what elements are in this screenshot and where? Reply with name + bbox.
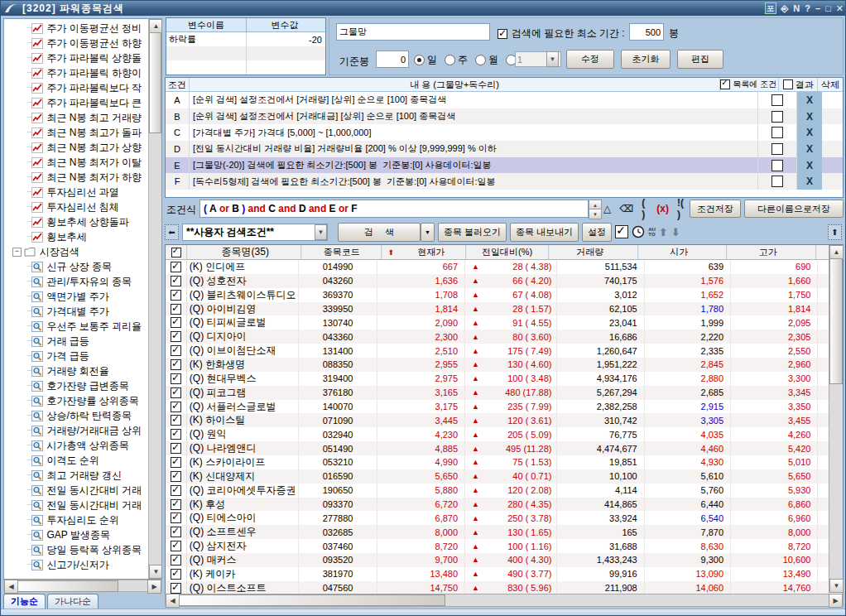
condition-result-cell[interactable] (757, 141, 796, 157)
tree-vertical-scrollbar[interactable]: ▲ ▼ (148, 19, 161, 579)
condition-row-C[interactable]: C[가격대별 주가] 가격대 [5,000] ~ [1,000,000]X (166, 124, 843, 141)
sidebar-item[interactable]: ┈우선주 보통주 괴리율 (6, 319, 148, 334)
tab-기능순[interactable]: 기능순 (3, 594, 46, 609)
condition-result-cell[interactable] (757, 124, 796, 141)
table-row[interactable]: ✓(K) 하이스틸0710903,445▲120 ( 3.61)310,7423… (166, 413, 843, 427)
sidebar-item[interactable]: ┈전일 동시간대비 거래 (6, 498, 148, 513)
sidebar-item[interactable]: ┈이격도 순위 (6, 453, 148, 468)
reset-button[interactable]: 초기화 (621, 50, 671, 69)
table-row[interactable]: ✓(Q) 블리츠웨이스튜디오3693701,708▲67 ( 4.08)3,01… (166, 288, 843, 302)
sidebar-item[interactable]: ┈시가총액 상위종목 (6, 438, 148, 453)
table-row[interactable]: ✓(Q) 이브이첨단소재1314002,510▲175 ( 7.49)1,260… (166, 344, 843, 358)
scroll-down-button[interactable]: ▼ (149, 565, 162, 579)
sidebar-item[interactable]: ┈주가 파라볼릭 하향이 (6, 65, 148, 80)
row-checkbox[interactable]: ✓ (166, 274, 187, 288)
table-row[interactable]: ✓(K) 스카이라이프0532104,990▲75 ( 1.53)19,8514… (166, 455, 843, 469)
scroll-right-button[interactable]: ▶ (147, 580, 161, 594)
auto-icon[interactable]: AUTO (648, 227, 656, 237)
table-row[interactable]: ✓(Q) 아이비김영3399501,814▲28 ( 1.57)62,1051,… (166, 302, 843, 316)
condition-delete-button[interactable]: X (796, 124, 822, 141)
maximize-icon[interactable]: □ (825, 2, 831, 15)
condition-delete-button[interactable]: X (796, 92, 822, 108)
sidebar-item[interactable]: ┈투자심리도 순위 (6, 513, 148, 527)
tree-expander-icon[interactable]: − (12, 248, 22, 257)
sidebar-item[interactable]: ┈주가 파라볼릭 상향돌 (6, 51, 148, 65)
new-window-icon[interactable]: N (793, 2, 800, 15)
scroll-up-button[interactable]: ▲ (149, 19, 162, 33)
sidebar-item[interactable]: ┈최근 N봉 최저가 하향 (6, 170, 148, 185)
row-checkbox[interactable]: ✓ (166, 358, 187, 372)
sidebar-item[interactable]: ┈투자심리선 침체 (6, 200, 148, 214)
titlebar[interactable]: [3202] 파워종목검색 포⎆N?–□✕ (1, 1, 846, 16)
condition-result-cell[interactable] (757, 92, 796, 108)
row-checkbox[interactable]: ✓ (166, 288, 187, 302)
sidebar-item[interactable]: ┈신규 상장 종목 (6, 259, 148, 274)
scroll-thumb[interactable] (149, 32, 161, 133)
sidebar-item[interactable]: ┈거래량/거래대금 상위 (6, 423, 148, 438)
table-row[interactable]: ✓(K) 한화생명0883502,955▲130 ( 4.60)1,951,22… (166, 358, 843, 372)
row-checkbox[interactable]: ✓ (166, 413, 187, 427)
cond-result-header[interactable]: 결과 (779, 78, 818, 91)
col-volume[interactable]: 거래량 (549, 245, 638, 259)
col-change[interactable]: 전일대비(%) (466, 245, 549, 259)
sidebar-item[interactable]: ┈가격 급등 (6, 349, 148, 363)
dock-left-icon[interactable]: ⬅ (165, 224, 179, 240)
period-radio-주[interactable]: 주 (445, 53, 468, 67)
row-checkbox[interactable]: ✓ (166, 400, 187, 414)
table-row[interactable]: ✓(Q) 티피씨글로벌1307402,090▲91 ( 4.55)23,0411… (166, 315, 843, 330)
col-high[interactable]: 고가 (727, 245, 816, 259)
results-header[interactable]: ✓ 종목명(35) 종목코드 ⬆현재가 전일대비(%) 거래량 시가 고가 (166, 245, 843, 260)
sidebar-item[interactable]: ┈액면가별 주가 (6, 289, 148, 304)
minute-combo[interactable]: 1 ▼ (515, 51, 561, 67)
table-row[interactable]: ✓(Q) 성호전자0432601,636▲66 ( 4.20)740,1751,… (166, 274, 843, 288)
move-down-icon[interactable]: ⬇ (671, 226, 680, 238)
export-stocks-button[interactable]: 종목 내보내기 (510, 223, 579, 242)
sidebar-item[interactable]: ┈최근 N봉 최고가 상향 (6, 140, 148, 155)
col-name[interactable]: 종목명(35) (187, 245, 301, 259)
search-dropdown-button[interactable]: ▼ (421, 223, 435, 242)
sidebar-item[interactable]: ┈최고 거래량 갱신 (6, 468, 148, 483)
table-row[interactable]: ✓(Q) 티에스아이2778806,870▲250 ( 3.78)33,9246… (166, 511, 843, 525)
table-row[interactable]: ✓(K) 후성0933706,720▲280 ( 4.35)414,8656,4… (166, 498, 843, 512)
condition-delete-button[interactable]: X (796, 173, 822, 190)
sidebar-item[interactable]: −시장검색 (6, 244, 148, 259)
sidebar-item[interactable]: ┈주가 파라볼릭보다 큰 (6, 95, 148, 110)
sidebar-item[interactable]: ┈최근 N봉 최고 거래량 (6, 110, 148, 125)
row-checkbox[interactable]: ✓ (166, 498, 187, 512)
row-checkbox[interactable]: ✓ (166, 315, 187, 330)
edit-button[interactable]: 편집 (677, 50, 723, 69)
row-checkbox[interactable]: ✓ (166, 372, 187, 386)
table-row[interactable]: ✓(K) 인디에프014990667▲28 ( 4.38)511,5346396… (166, 260, 843, 274)
sidebar-item[interactable]: ┈호가잔량률 상위종목 (6, 393, 148, 408)
paren-x-icon[interactable]: (x) (656, 203, 669, 214)
sidebar-item[interactable]: ┈상승/하락 탄력종목 (6, 408, 148, 423)
tree-horizontal-scrollbar[interactable]: ◀ ▶ (3, 580, 162, 592)
clock-icon[interactable] (632, 225, 645, 238)
condition-row-F[interactable]: F[독수리5형제] 검색에 필요한 최소기간:[500] 봉 기준봉:[0] 사… (166, 173, 843, 190)
scroll-down-button[interactable]: ▼ (829, 579, 844, 593)
sidebar-item[interactable]: ┈투자심리선 과열 (6, 185, 148, 200)
condition-result-cell[interactable] (757, 157, 796, 174)
sidebar-item[interactable]: ┈거래량 회전율 (6, 363, 148, 378)
table-row[interactable]: ✓(Q) 매커스0935209,700▲400 ( 4.30)1,433,243… (166, 553, 843, 567)
sidebar-item[interactable]: ┈신고가/신저가 (6, 557, 148, 572)
formula-spinner[interactable]: ▲ ▼ (589, 200, 600, 218)
table-row[interactable]: ✓(Q) 현대무벡스3194002,975▲100 ( 3.48)4,934,1… (166, 372, 843, 386)
settings-button[interactable]: 설정 (582, 223, 612, 242)
condition-result-cell[interactable] (757, 173, 796, 190)
sidebar-item[interactable]: ┈최근 N봉 최저가 이탈 (6, 155, 148, 170)
scroll-up-button[interactable]: ▲ (829, 245, 844, 259)
row-checkbox[interactable]: ✓ (166, 344, 187, 358)
modify-button[interactable]: 수정 (566, 50, 614, 69)
results-horizontal-scrollbar[interactable]: ◀ ▶ (165, 594, 844, 607)
row-checkbox[interactable]: ✓ (166, 260, 187, 274)
scroll-right-button[interactable]: ▶ (829, 594, 843, 608)
min-period-checkbox[interactable]: ✓ (498, 29, 507, 39)
col-price[interactable]: ⬆현재가 (382, 245, 465, 259)
close-icon[interactable]: ✕ (836, 2, 844, 15)
sidebar-item[interactable]: ┈전일 동시간대비 거래 (6, 483, 148, 498)
load-stocks-button[interactable]: 종목 불러오기 (438, 223, 507, 242)
col-code[interactable]: 종목코드 (301, 245, 382, 259)
row-checkbox[interactable]: ✓ (166, 525, 187, 539)
row-checkbox[interactable]: ✓ (166, 469, 187, 484)
